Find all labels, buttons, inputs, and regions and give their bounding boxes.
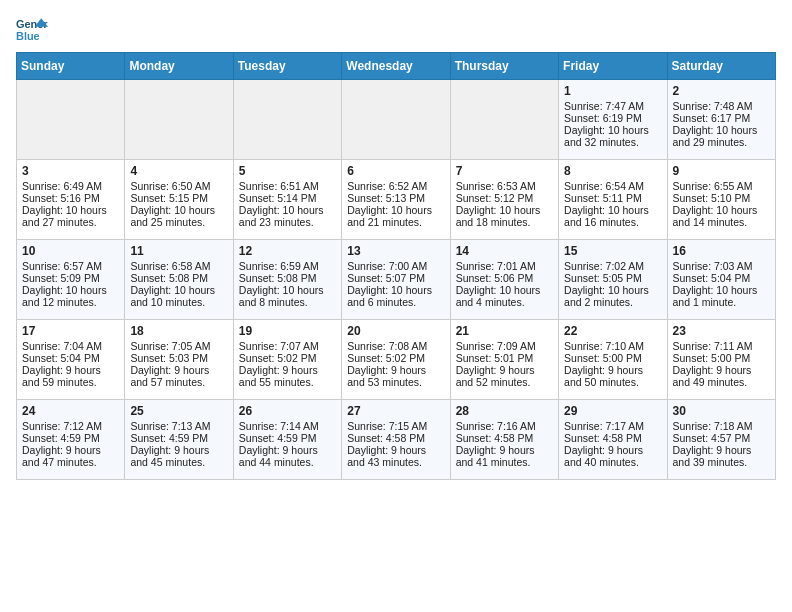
daylight: Daylight: 9 hours and 41 minutes.	[456, 444, 535, 468]
day-number: 25	[130, 404, 227, 418]
daylight: Daylight: 10 hours and 6 minutes.	[347, 284, 432, 308]
calendar-body: 1Sunrise: 7:47 AMSunset: 6:19 PMDaylight…	[17, 80, 776, 480]
sunset: Sunset: 5:10 PM	[673, 192, 751, 204]
daylight: Daylight: 9 hours and 49 minutes.	[673, 364, 752, 388]
daylight: Daylight: 9 hours and 57 minutes.	[130, 364, 209, 388]
daylight: Daylight: 10 hours and 21 minutes.	[347, 204, 432, 228]
sunset: Sunset: 5:14 PM	[239, 192, 317, 204]
day-number: 13	[347, 244, 444, 258]
day-number: 18	[130, 324, 227, 338]
calendar-cell: 16Sunrise: 7:03 AMSunset: 5:04 PMDayligh…	[667, 240, 775, 320]
calendar-cell	[342, 80, 450, 160]
daylight: Daylight: 10 hours and 4 minutes.	[456, 284, 541, 308]
sunset: Sunset: 5:01 PM	[456, 352, 534, 364]
daylight: Daylight: 9 hours and 43 minutes.	[347, 444, 426, 468]
day-number: 22	[564, 324, 661, 338]
sunrise: Sunrise: 7:13 AM	[130, 420, 210, 432]
day-number: 21	[456, 324, 553, 338]
daylight: Daylight: 10 hours and 23 minutes.	[239, 204, 324, 228]
daylight: Daylight: 9 hours and 53 minutes.	[347, 364, 426, 388]
sunset: Sunset: 5:00 PM	[564, 352, 642, 364]
calendar-cell: 27Sunrise: 7:15 AMSunset: 4:58 PMDayligh…	[342, 400, 450, 480]
calendar-cell: 11Sunrise: 6:58 AMSunset: 5:08 PMDayligh…	[125, 240, 233, 320]
calendar-cell: 4Sunrise: 6:50 AMSunset: 5:15 PMDaylight…	[125, 160, 233, 240]
calendar-cell	[233, 80, 341, 160]
calendar-cell: 30Sunrise: 7:18 AMSunset: 4:57 PMDayligh…	[667, 400, 775, 480]
page-header: General Blue	[16, 16, 776, 44]
calendar-header-row: SundayMondayTuesdayWednesdayThursdayFrid…	[17, 53, 776, 80]
sunrise: Sunrise: 6:53 AM	[456, 180, 536, 192]
calendar-cell: 25Sunrise: 7:13 AMSunset: 4:59 PMDayligh…	[125, 400, 233, 480]
day-number: 15	[564, 244, 661, 258]
sunset: Sunset: 5:08 PM	[130, 272, 208, 284]
sunrise: Sunrise: 7:02 AM	[564, 260, 644, 272]
calendar-cell: 2Sunrise: 7:48 AMSunset: 6:17 PMDaylight…	[667, 80, 775, 160]
sunrise: Sunrise: 7:08 AM	[347, 340, 427, 352]
day-number: 11	[130, 244, 227, 258]
day-number: 16	[673, 244, 770, 258]
sunset: Sunset: 5:03 PM	[130, 352, 208, 364]
daylight: Daylight: 10 hours and 18 minutes.	[456, 204, 541, 228]
daylight: Daylight: 10 hours and 16 minutes.	[564, 204, 649, 228]
daylight: Daylight: 9 hours and 59 minutes.	[22, 364, 101, 388]
daylight: Daylight: 10 hours and 29 minutes.	[673, 124, 758, 148]
sunrise: Sunrise: 7:16 AM	[456, 420, 536, 432]
calendar-cell	[125, 80, 233, 160]
calendar-cell: 8Sunrise: 6:54 AMSunset: 5:11 PMDaylight…	[559, 160, 667, 240]
calendar-cell: 29Sunrise: 7:17 AMSunset: 4:58 PMDayligh…	[559, 400, 667, 480]
sunset: Sunset: 4:59 PM	[130, 432, 208, 444]
sunset: Sunset: 4:57 PM	[673, 432, 751, 444]
day-header-saturday: Saturday	[667, 53, 775, 80]
calendar-cell	[17, 80, 125, 160]
sunrise: Sunrise: 7:14 AM	[239, 420, 319, 432]
calendar-week-4: 17Sunrise: 7:04 AMSunset: 5:04 PMDayligh…	[17, 320, 776, 400]
daylight: Daylight: 9 hours and 50 minutes.	[564, 364, 643, 388]
sunset: Sunset: 4:59 PM	[22, 432, 100, 444]
logo: General Blue	[16, 16, 48, 44]
calendar-cell: 9Sunrise: 6:55 AMSunset: 5:10 PMDaylight…	[667, 160, 775, 240]
day-number: 9	[673, 164, 770, 178]
calendar-cell: 17Sunrise: 7:04 AMSunset: 5:04 PMDayligh…	[17, 320, 125, 400]
day-number: 27	[347, 404, 444, 418]
calendar-cell: 20Sunrise: 7:08 AMSunset: 5:02 PMDayligh…	[342, 320, 450, 400]
daylight: Daylight: 10 hours and 12 minutes.	[22, 284, 107, 308]
day-header-wednesday: Wednesday	[342, 53, 450, 80]
sunset: Sunset: 6:19 PM	[564, 112, 642, 124]
sunrise: Sunrise: 6:52 AM	[347, 180, 427, 192]
calendar-cell: 15Sunrise: 7:02 AMSunset: 5:05 PMDayligh…	[559, 240, 667, 320]
day-number: 23	[673, 324, 770, 338]
calendar-cell: 5Sunrise: 6:51 AMSunset: 5:14 PMDaylight…	[233, 160, 341, 240]
sunset: Sunset: 4:58 PM	[456, 432, 534, 444]
day-number: 12	[239, 244, 336, 258]
sunrise: Sunrise: 6:51 AM	[239, 180, 319, 192]
calendar-cell: 6Sunrise: 6:52 AMSunset: 5:13 PMDaylight…	[342, 160, 450, 240]
daylight: Daylight: 9 hours and 47 minutes.	[22, 444, 101, 468]
day-header-thursday: Thursday	[450, 53, 558, 80]
calendar-cell: 26Sunrise: 7:14 AMSunset: 4:59 PMDayligh…	[233, 400, 341, 480]
sunrise: Sunrise: 7:12 AM	[22, 420, 102, 432]
calendar-week-2: 3Sunrise: 6:49 AMSunset: 5:16 PMDaylight…	[17, 160, 776, 240]
sunrise: Sunrise: 6:49 AM	[22, 180, 102, 192]
daylight: Daylight: 9 hours and 55 minutes.	[239, 364, 318, 388]
sunrise: Sunrise: 7:15 AM	[347, 420, 427, 432]
daylight: Daylight: 10 hours and 1 minute.	[673, 284, 758, 308]
day-number: 19	[239, 324, 336, 338]
sunrise: Sunrise: 7:11 AM	[673, 340, 753, 352]
calendar-week-5: 24Sunrise: 7:12 AMSunset: 4:59 PMDayligh…	[17, 400, 776, 480]
sunrise: Sunrise: 7:01 AM	[456, 260, 536, 272]
sunset: Sunset: 4:59 PM	[239, 432, 317, 444]
sunrise: Sunrise: 7:17 AM	[564, 420, 644, 432]
calendar-cell: 10Sunrise: 6:57 AMSunset: 5:09 PMDayligh…	[17, 240, 125, 320]
daylight: Daylight: 10 hours and 14 minutes.	[673, 204, 758, 228]
calendar-cell: 3Sunrise: 6:49 AMSunset: 5:16 PMDaylight…	[17, 160, 125, 240]
day-header-tuesday: Tuesday	[233, 53, 341, 80]
calendar-cell: 12Sunrise: 6:59 AMSunset: 5:08 PMDayligh…	[233, 240, 341, 320]
day-number: 10	[22, 244, 119, 258]
logo-icon: General Blue	[16, 16, 48, 44]
sunset: Sunset: 5:02 PM	[239, 352, 317, 364]
daylight: Daylight: 9 hours and 52 minutes.	[456, 364, 535, 388]
sunrise: Sunrise: 6:54 AM	[564, 180, 644, 192]
calendar-cell: 28Sunrise: 7:16 AMSunset: 4:58 PMDayligh…	[450, 400, 558, 480]
calendar-cell: 13Sunrise: 7:00 AMSunset: 5:07 PMDayligh…	[342, 240, 450, 320]
calendar-cell: 19Sunrise: 7:07 AMSunset: 5:02 PMDayligh…	[233, 320, 341, 400]
